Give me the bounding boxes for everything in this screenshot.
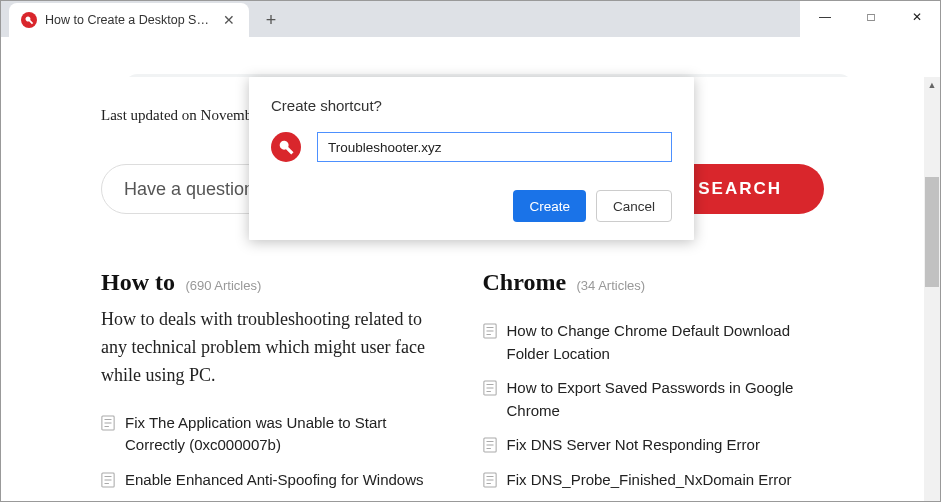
scroll-up-icon[interactable]: ▲ (924, 77, 940, 93)
list-item[interactable]: How to Export Saved Passwords in Google … (483, 377, 825, 422)
list-item[interactable]: Enable Enhanced Anti-Spoofing for Window… (101, 469, 443, 492)
list-item[interactable]: How to Change Chrome Default Download Fo… (483, 320, 825, 365)
scrollbar[interactable]: ▲ (924, 77, 940, 501)
article-link: Fix DNS Server Not Responding Error (507, 434, 760, 457)
document-icon (483, 472, 497, 488)
column-heading: How to (101, 269, 175, 295)
new-tab-button[interactable]: + (257, 6, 285, 34)
tab-title: How to Create a Desktop Shortcut (45, 13, 215, 27)
close-tab-icon[interactable]: ✕ (221, 12, 237, 28)
article-link: How to Change Chrome Default Download Fo… (507, 320, 825, 365)
maximize-button[interactable]: □ (848, 1, 894, 33)
column-howto: How to (690 Articles) How to deals with … (101, 269, 443, 501)
create-button[interactable]: Create (513, 190, 586, 222)
minimize-button[interactable]: — (802, 1, 848, 33)
scrollbar-thumb[interactable] (925, 177, 939, 287)
column-heading: Chrome (483, 269, 567, 295)
dialog-title: Create shortcut? (271, 97, 672, 114)
list-item[interactable]: Fix DNS Server Not Responding Error (483, 434, 825, 457)
tab-strip: How to Create a Desktop Shortcut ✕ + (1, 1, 800, 37)
document-icon (101, 415, 115, 431)
article-count: (34 Articles) (577, 278, 646, 293)
browser-tab[interactable]: How to Create a Desktop Shortcut ✕ (9, 3, 249, 37)
wrench-icon (21, 12, 37, 28)
column-desc: How to deals with troubleshooting relate… (101, 306, 443, 390)
article-link: Enable Enhanced Anti-Spoofing for Window… (125, 469, 424, 492)
window-close-button[interactable]: ✕ (894, 1, 940, 33)
cancel-button[interactable]: Cancel (596, 190, 672, 222)
article-link: Fix DNS_Probe_Finished_NxDomain Error (507, 469, 792, 492)
article-link: How to Export Saved Passwords in Google … (507, 377, 825, 422)
document-icon (483, 323, 497, 339)
shortcut-name-input[interactable] (317, 132, 672, 162)
column-chrome: Chrome (34 Articles) How to Change Chrom… (483, 269, 825, 501)
document-icon (483, 380, 497, 396)
list-item[interactable]: Fix The Application was Unable to Start … (101, 412, 443, 457)
document-icon (483, 437, 497, 453)
list-item[interactable]: Fix DNS_Probe_Finished_NxDomain Error (483, 469, 825, 492)
article-count: (690 Articles) (185, 278, 261, 293)
article-link: Fix The Application was Unable to Start … (125, 412, 443, 457)
document-icon (101, 472, 115, 488)
wrench-icon (271, 132, 301, 162)
create-shortcut-dialog: Create shortcut? Create Cancel (249, 77, 694, 240)
